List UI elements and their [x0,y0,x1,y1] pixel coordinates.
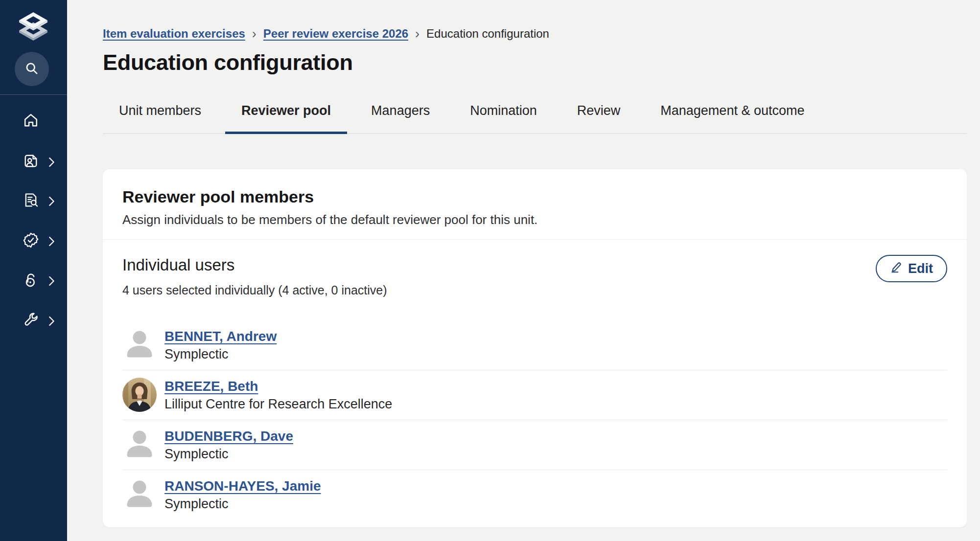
breadcrumb: Item evaluation exercises › Peer review … [103,26,967,41]
main-content: Item evaluation exercises › Peer review … [67,0,980,541]
user-affiliation: Lilliput Centre for Research Excellence [164,396,392,412]
avatar-placeholder [122,328,157,362]
edit-button[interactable]: Edit [876,255,947,282]
sidebar-item-reports[interactable] [0,191,67,211]
symplectic-logo[interactable] [18,12,48,41]
section-title: Individual users [122,255,387,275]
avatar-placeholder [122,428,157,462]
chevron-right-icon [48,196,55,208]
user-row: BENNET, Andrew Symplectic [122,320,947,370]
users-summary: 4 users selected individually (4 active,… [122,282,387,298]
card-header: Reviewer pool members Assign individuals… [103,169,967,240]
user-link[interactable]: BUDENBERG, Dave [164,428,293,444]
tab-management-outcome[interactable]: Management & outcome [644,102,820,133]
reviewer-pool-card: Reviewer pool members Assign individuals… [103,169,967,527]
chevron-right-icon [48,157,55,169]
card-description: Assign individuals to be members of the … [122,211,947,228]
sidebar-item-tools[interactable] [0,311,67,331]
breadcrumb-item-exercises[interactable]: Item evaluation exercises [103,26,245,41]
sidebar-item-open-access[interactable] [0,271,67,291]
avatar-placeholder [122,477,157,512]
tab-nomination[interactable]: Nomination [454,102,553,133]
breadcrumb-separator-icon: › [414,28,420,40]
avatar-photo [122,378,157,412]
tab-reviewer-pool[interactable]: Reviewer pool [225,102,347,133]
person-photo-icon [22,152,40,172]
user-link[interactable]: RANSON-HAYES, Jamie [164,478,321,494]
search-icon [23,60,41,79]
individual-users-section-header: Individual users 4 users selected indivi… [103,240,967,298]
sidebar-item-home[interactable] [0,112,67,131]
tab-review[interactable]: Review [561,102,637,133]
tab-unit-members[interactable]: Unit members [103,102,217,133]
user-link[interactable]: BREEZE, Beth [164,378,258,394]
home-icon [22,112,40,131]
user-list: BENNET, Andrew Symplectic [103,320,967,519]
page-title: Education configuration [103,49,967,76]
user-link[interactable]: BENNET, Andrew [164,328,277,344]
document-search-icon [22,191,40,211]
wrench-icon [22,311,40,331]
sidebar-item-people[interactable] [0,152,67,172]
quality-badge-icon [22,231,40,251]
breadcrumb-peer-review-exercise[interactable]: Peer review exercise 2026 [263,26,408,41]
tab-bar: Unit members Reviewer pool Managers Nomi… [103,102,967,134]
sidebar [0,0,67,541]
user-affiliation: Symplectic [164,346,277,362]
breadcrumb-current-page: Education configuration [426,26,549,41]
user-affiliation: Symplectic [164,446,293,462]
chevron-right-icon [48,236,55,248]
sidebar-item-quality[interactable] [0,231,67,251]
user-affiliation: Symplectic [164,496,321,512]
tab-managers[interactable]: Managers [355,102,446,133]
search-button[interactable] [15,52,49,86]
chevron-right-icon [48,276,55,288]
open-access-lock-icon [22,271,40,291]
user-row: BREEZE, Beth Lilliput Centre for Researc… [122,370,947,420]
user-row: BUDENBERG, Dave Symplectic [122,420,947,470]
user-row: RANSON-HAYES, Jamie Symplectic [122,470,947,519]
card-title: Reviewer pool members [122,186,947,207]
chevron-right-icon [48,316,55,328]
pencil-icon [890,261,903,277]
edit-button-label: Edit [908,261,933,276]
sidebar-divider [0,94,67,95]
breadcrumb-separator-icon: › [251,28,257,40]
